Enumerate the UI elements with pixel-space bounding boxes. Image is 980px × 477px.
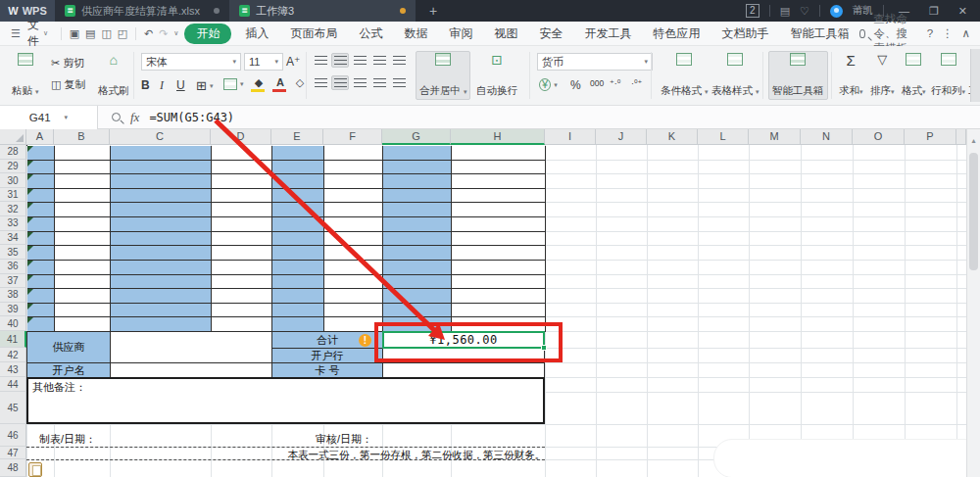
cell-card-label[interactable]: 卡 号 bbox=[271, 362, 383, 378]
grid-cell[interactable] bbox=[272, 203, 324, 217]
paste-button[interactable]: 粘贴 ▾ bbox=[8, 51, 42, 100]
decrease-indent-button[interactable] bbox=[370, 53, 388, 68]
document-tab-supplier[interactable]: ≣ 供应商年度结算清单.xlsx bbox=[55, 0, 229, 22]
clear-format-button[interactable]: ◇ bbox=[290, 76, 310, 93]
column-header-I[interactable]: I bbox=[545, 129, 596, 145]
cell-remarks[interactable]: 其他备注： bbox=[26, 377, 545, 424]
grid-cell[interactable] bbox=[452, 203, 546, 217]
menu-item-页面布局[interactable]: 页面布局 bbox=[279, 24, 348, 44]
grid-cell[interactable] bbox=[324, 261, 383, 275]
grid-cell[interactable] bbox=[27, 174, 55, 189]
row-header-31[interactable]: 31 bbox=[0, 188, 26, 203]
grid-cell[interactable] bbox=[383, 232, 452, 247]
grid-cell[interactable] bbox=[212, 275, 272, 290]
new-tab-button[interactable]: + bbox=[416, 0, 451, 22]
grid-cell[interactable] bbox=[272, 174, 324, 189]
grid-cell[interactable] bbox=[383, 275, 452, 290]
grid-cell[interactable] bbox=[324, 304, 383, 318]
menu-item-视图[interactable]: 视图 bbox=[483, 24, 528, 44]
grid-cell[interactable] bbox=[324, 289, 383, 304]
grid-cell[interactable] bbox=[55, 261, 111, 275]
grow-font-button[interactable]: A⁺ bbox=[286, 55, 300, 69]
grid-cell[interactable] bbox=[27, 217, 55, 232]
row-header-32[interactable]: 32 bbox=[0, 202, 26, 216]
grid-cell[interactable] bbox=[212, 161, 272, 175]
column-header-D[interactable]: D bbox=[211, 129, 271, 145]
distribute-button[interactable] bbox=[390, 75, 408, 90]
grid-cell[interactable] bbox=[27, 232, 55, 247]
redo-icon[interactable]: ↷ bbox=[156, 27, 171, 40]
grid-cell[interactable] bbox=[324, 203, 383, 217]
menu-item-文档助手[interactable]: 文档助手 bbox=[710, 24, 779, 44]
align-middle-button[interactable] bbox=[331, 53, 349, 68]
grid-cell[interactable] bbox=[55, 161, 111, 175]
row-header-28[interactable]: 28 bbox=[0, 145, 26, 160]
grid-cell[interactable] bbox=[27, 317, 55, 332]
grid-cell[interactable] bbox=[324, 146, 383, 161]
grid-cell[interactable] bbox=[27, 189, 55, 204]
grid-cell[interactable] bbox=[272, 275, 324, 290]
row-header-37[interactable]: 37 bbox=[0, 274, 26, 289]
grid-cell[interactable] bbox=[272, 161, 324, 175]
column-header-H[interactable]: H bbox=[451, 129, 545, 145]
tab-close-dot-icon[interactable] bbox=[214, 8, 220, 14]
grid-cell[interactable] bbox=[324, 189, 383, 204]
borders-button[interactable]: ⊞ ▾ bbox=[196, 78, 213, 93]
column-header-O[interactable]: O bbox=[853, 129, 905, 145]
scroll-up-arrow-icon[interactable]: ▴ bbox=[971, 136, 975, 145]
grid-cell[interactable] bbox=[272, 232, 324, 247]
row-header-36[interactable]: 36 bbox=[0, 260, 26, 274]
row-header-45[interactable]: 45 bbox=[0, 392, 26, 424]
grid-cell[interactable] bbox=[212, 174, 272, 189]
grid-cell[interactable] bbox=[383, 317, 452, 332]
grid-cell[interactable] bbox=[55, 146, 111, 161]
grid-cell[interactable] bbox=[55, 189, 111, 204]
menu-item-智能工具箱[interactable]: 智能工具箱 bbox=[779, 24, 859, 44]
grid-cell[interactable] bbox=[27, 161, 55, 175]
thousand-separator-button[interactable]: 000 bbox=[590, 78, 604, 88]
sum-button[interactable]: Σ 求和▾ bbox=[835, 51, 867, 100]
formula-input[interactable]: =SUM(G5:G43) bbox=[149, 111, 234, 124]
merge-center-button[interactable]: 合并居中 ▾ bbox=[416, 51, 470, 100]
select-all-corner[interactable] bbox=[0, 129, 26, 145]
grid-cell[interactable] bbox=[111, 317, 212, 332]
cell-prepared-date[interactable]: 制表/日期： bbox=[39, 432, 96, 447]
grid-cell[interactable] bbox=[55, 232, 111, 247]
grid-cell[interactable] bbox=[272, 304, 324, 318]
row-header-29[interactable]: 29 bbox=[0, 160, 26, 174]
column-header-M[interactable]: M bbox=[749, 129, 801, 145]
grid-cell[interactable] bbox=[383, 261, 452, 275]
percent-button[interactable]: % bbox=[570, 78, 581, 92]
help-button[interactable]: ? bbox=[927, 27, 933, 39]
cell-account-name[interactable]: 开户名 bbox=[26, 362, 111, 378]
increase-decimal-button[interactable]: ⁺·⁰ bbox=[610, 78, 620, 88]
grid-cell[interactable] bbox=[27, 261, 55, 275]
align-bottom-button[interactable] bbox=[351, 53, 368, 68]
currency-button[interactable]: ¥▾ bbox=[539, 78, 558, 91]
grid-cell[interactable] bbox=[383, 189, 452, 204]
document-info-icon[interactable]: ▤ bbox=[780, 5, 790, 18]
selected-cell-g41[interactable]: ¥1,560.00 bbox=[382, 331, 545, 349]
print-preview-icon[interactable]: ◫ bbox=[98, 27, 114, 40]
menu-item-插入[interactable]: 插入 bbox=[234, 24, 279, 44]
grid-cell[interactable] bbox=[55, 304, 111, 318]
grid-cell[interactable] bbox=[111, 232, 212, 247]
column-header-A[interactable]: A bbox=[26, 129, 54, 145]
grid-cell[interactable] bbox=[452, 232, 546, 247]
grid-cell[interactable] bbox=[452, 304, 546, 318]
column-header-E[interactable]: E bbox=[271, 129, 323, 145]
grid-cell[interactable] bbox=[27, 146, 55, 161]
grid-cell[interactable] bbox=[452, 261, 546, 275]
decrease-decimal-button[interactable]: ·⁰⁺ bbox=[631, 78, 642, 88]
row-header-35[interactable]: 35 bbox=[0, 245, 26, 260]
menu-item-安全[interactable]: 安全 bbox=[528, 24, 573, 44]
menu-item-公式[interactable]: 公式 bbox=[348, 24, 393, 44]
column-header-G[interactable]: G bbox=[382, 129, 451, 145]
font-size-select[interactable]: 11▾ bbox=[244, 53, 283, 71]
name-box[interactable]: G41▾ bbox=[0, 106, 98, 129]
document-tab-workbook3[interactable]: ≣ 工作簿3 bbox=[229, 0, 416, 22]
wrap-text-button[interactable]: ⊡ 自动换行 bbox=[472, 51, 521, 100]
file-menu[interactable]: ☰ 文件 ∨ bbox=[0, 17, 56, 50]
format-button[interactable]: 格式▾ bbox=[898, 51, 930, 100]
vertical-scrollbar[interactable]: ▴ bbox=[966, 129, 980, 477]
